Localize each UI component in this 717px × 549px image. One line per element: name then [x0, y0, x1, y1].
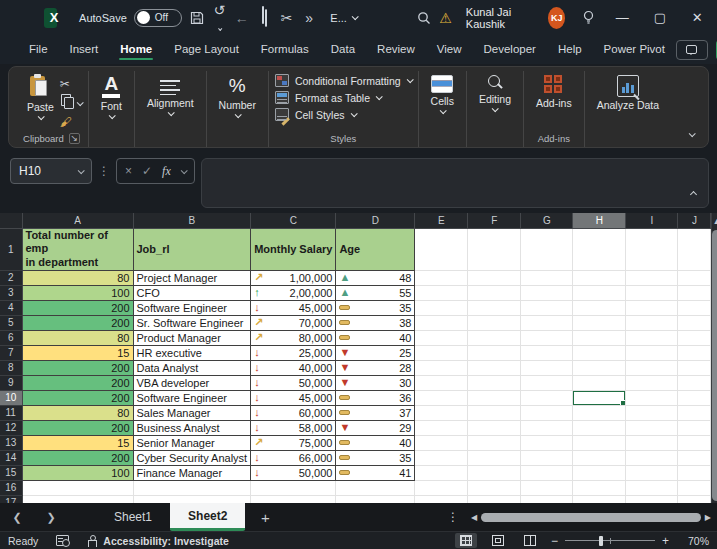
cell-B8[interactable]: Data Analyst: [133, 360, 251, 375]
zoom-slider[interactable]: [565, 540, 655, 542]
cell-J14[interactable]: [678, 450, 711, 465]
cell-D3[interactable]: ▲55: [336, 285, 415, 300]
cell-F10[interactable]: [468, 390, 521, 405]
cell-B10[interactable]: Software Engineer: [133, 390, 251, 405]
user-name[interactable]: Kunal Jai Kaushik: [466, 6, 534, 30]
scroll-right-icon[interactable]: ▶: [705, 513, 711, 522]
cell-C12[interactable]: ↓58,000: [251, 420, 336, 435]
cell-G9[interactable]: [521, 375, 573, 390]
cell-C11[interactable]: ↓60,000: [251, 405, 336, 420]
cell-F7[interactable]: [468, 345, 521, 360]
vertical-scroll-thumb[interactable]: [712, 230, 717, 501]
comments-button[interactable]: [676, 40, 708, 60]
formula-input[interactable]: [201, 158, 709, 208]
menu-tab-home[interactable]: Home: [109, 38, 163, 61]
cell-D12[interactable]: ▼29: [336, 420, 415, 435]
cell-J13[interactable]: [678, 435, 711, 450]
lightbulb-icon[interactable]: [579, 10, 596, 25]
cell-B16[interactable]: [133, 480, 251, 495]
vertical-scrollbar[interactable]: ▲: [711, 213, 717, 503]
cell-D4[interactable]: 35: [336, 300, 415, 315]
close-button[interactable]: ✕: [686, 10, 709, 25]
cell-I3[interactable]: [626, 285, 678, 300]
cell-I8[interactable]: [626, 360, 678, 375]
cell-C7[interactable]: ↓25,000: [251, 345, 336, 360]
cell-H11[interactable]: [573, 405, 626, 420]
toolbar-overflow-icon[interactable]: »: [302, 10, 316, 26]
column-header-A[interactable]: A: [22, 213, 133, 228]
insert-function-icon[interactable]: fx: [162, 164, 171, 179]
cell-D9[interactable]: ▼30: [336, 375, 415, 390]
cell-B12[interactable]: Business Analyst: [133, 420, 251, 435]
autosave-control[interactable]: AutoSave Off: [79, 9, 182, 27]
cell-G1[interactable]: [521, 228, 573, 270]
cell-E4[interactable]: [415, 300, 468, 315]
cell-D5[interactable]: 38: [336, 315, 415, 330]
cell-D14[interactable]: 35: [336, 450, 415, 465]
cell-F16[interactable]: [468, 480, 521, 495]
row-header-2[interactable]: 2: [0, 270, 22, 285]
zoom-slider-thumb[interactable]: [599, 536, 603, 546]
analyze-data-button[interactable]: Analyze Data: [591, 71, 665, 115]
document-name[interactable]: E...: [330, 12, 357, 24]
sheet-nav-right-icon[interactable]: ❯: [34, 503, 68, 531]
cell-G8[interactable]: [521, 360, 573, 375]
cell-D10[interactable]: 36: [336, 390, 415, 405]
column-header-H[interactable]: H: [573, 213, 626, 228]
accessibility-status[interactable]: Accessibility: Investigate: [87, 535, 228, 547]
cell-B9[interactable]: VBA developer: [133, 375, 251, 390]
conditional-formatting-button[interactable]: Conditional Formatting: [275, 74, 412, 87]
cell-B15[interactable]: Finance Manager: [133, 465, 251, 480]
format-as-table-button[interactable]: Format as Table: [275, 91, 412, 104]
sheet-tab-sheet1[interactable]: Sheet1: [96, 503, 170, 531]
row-header-11[interactable]: 11: [0, 405, 22, 420]
cell-E9[interactable]: [415, 375, 468, 390]
page-layout-view-button[interactable]: [487, 533, 509, 548]
horizontal-scroll-thumb[interactable]: [481, 513, 701, 522]
cell-H4[interactable]: [573, 300, 626, 315]
cell-C16[interactable]: [251, 480, 336, 495]
cell-E11[interactable]: [415, 405, 468, 420]
cell-I1[interactable]: [626, 228, 678, 270]
menu-tab-review[interactable]: Review: [366, 38, 426, 61]
cell-E10[interactable]: [415, 390, 468, 405]
menu-tab-page-layout[interactable]: Page Layout: [163, 38, 250, 61]
cell-D13[interactable]: 40: [336, 435, 415, 450]
search-icon[interactable]: [417, 11, 431, 25]
cell-C10[interactable]: ↓45,000: [251, 390, 336, 405]
font-button[interactable]: A Font: [95, 71, 128, 123]
horizontal-scrollbar[interactable]: ◀ ▶: [471, 510, 711, 524]
cell-B11[interactable]: Sales Manager: [133, 405, 251, 420]
cell-I5[interactable]: [626, 315, 678, 330]
cell-F12[interactable]: [468, 420, 521, 435]
cell-B14[interactable]: Cyber Security Analyst: [133, 450, 251, 465]
cell-I13[interactable]: [626, 435, 678, 450]
cell-E8[interactable]: [415, 360, 468, 375]
cell-I6[interactable]: [626, 330, 678, 345]
cell-H15[interactable]: [573, 465, 626, 480]
cell-H9[interactable]: [573, 375, 626, 390]
excel-app-icon[interactable]: [44, 8, 57, 28]
cell-I9[interactable]: [626, 375, 678, 390]
sheet-tab-sheet2[interactable]: Sheet2: [170, 503, 245, 531]
page-break-view-button[interactable]: [519, 533, 541, 548]
cell-D2[interactable]: ▲48: [336, 270, 415, 285]
cell-A6[interactable]: 80: [22, 330, 133, 345]
column-header-J[interactable]: J: [678, 213, 711, 228]
menu-tab-view[interactable]: View: [426, 38, 473, 61]
name-box[interactable]: H10: [10, 158, 92, 184]
cancel-entry-icon[interactable]: ×: [125, 164, 132, 178]
cell-A15[interactable]: 100: [22, 465, 133, 480]
undo-icon[interactable]: ↺: [212, 2, 226, 34]
cell-F4[interactable]: [468, 300, 521, 315]
cell-A8[interactable]: 200: [22, 360, 133, 375]
back-arrow-icon[interactable]: ←: [235, 10, 249, 26]
cell-E2[interactable]: [415, 270, 468, 285]
column-header-I[interactable]: I: [626, 213, 678, 228]
ribbon-collapse-button[interactable]: [689, 123, 694, 141]
cell-I2[interactable]: [626, 270, 678, 285]
chevron-down-icon[interactable]: [180, 167, 187, 174]
cell-J11[interactable]: [678, 405, 711, 420]
cell-J15[interactable]: [678, 465, 711, 480]
cell-E7[interactable]: [415, 345, 468, 360]
